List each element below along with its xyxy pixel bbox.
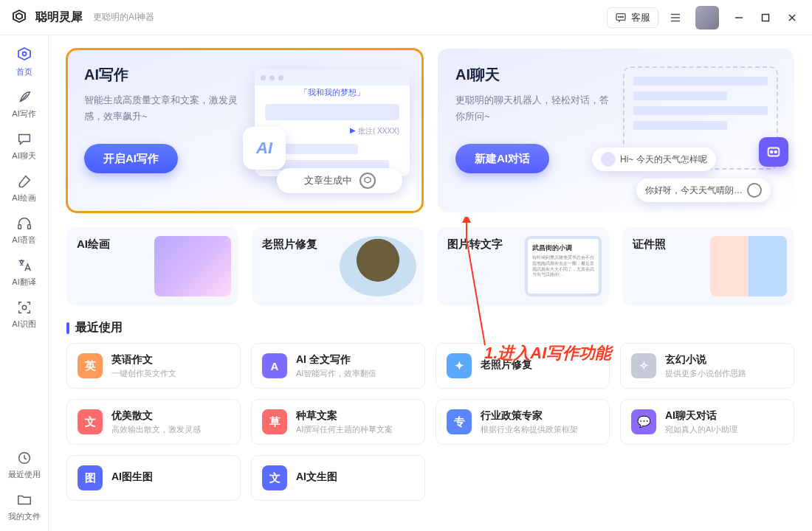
write-status-text: 文章生成中 <box>304 174 352 187</box>
scan-icon <box>15 298 34 317</box>
hero-write-desc: 智能生成高质量文章和文案，激发灵感，效率飙升~ <box>84 92 239 125</box>
chat-bubble-user: Hi~ 今天的天气怎样呢 <box>592 148 716 171</box>
recent-item[interactable]: 💬AI聊天对话宛如真人的AI小助理 <box>620 399 794 445</box>
feather-icon <box>15 88 34 107</box>
section-header-recent: 最近使用 <box>66 320 794 336</box>
recent-item[interactable]: ✧玄幻小说提供更多小说创作思路 <box>620 343 794 389</box>
recent-icon: 英 <box>78 353 103 378</box>
accent-bar-icon <box>66 322 69 334</box>
hamburger-icon <box>669 11 682 24</box>
sidebar-label: AI绘画 <box>12 192 35 204</box>
minimize-icon <box>734 13 744 23</box>
tile-id-photo[interactable]: 证件照 <box>622 227 794 305</box>
sidebar-label: 我的文件 <box>8 511 41 522</box>
recent-item[interactable]: 图AI图生图 <box>66 455 241 501</box>
tile-image <box>340 236 416 296</box>
sidebar-label: AI聊天 <box>12 150 35 162</box>
svg-point-5 <box>22 52 26 56</box>
svg-rect-4 <box>763 14 769 21</box>
sidebar-label: AI语音 <box>12 235 35 246</box>
svg-point-11 <box>771 151 773 153</box>
write-preview: 「我和我的梦想」 ▶ 批注( XXXX) AI 文章生成中 <box>247 69 410 193</box>
chat-bubble-icon <box>615 12 627 24</box>
tile-ai-paint[interactable]: AI绘画 <box>66 227 238 305</box>
sidebar-item-chat[interactable]: AI聊天 <box>3 125 46 164</box>
svg-rect-7 <box>27 225 30 229</box>
recent-grid: 英英语作文一键创作英文作文 AAI 全文写作AI智能写作，效率翻倍 ✦老照片修复… <box>66 343 794 501</box>
sidebar-item-vision[interactable]: AI识图 <box>3 294 46 333</box>
hero-card-chat[interactable]: AI聊天 更聪明的聊天机器人，轻松对话，答你所问~ 新建AI对话 Hi~ 今天的… <box>438 49 794 212</box>
sidebar-label: 最近使用 <box>8 469 41 480</box>
recent-icon: ✧ <box>631 353 656 378</box>
recent-item[interactable]: 专行业政策专家根据行业名称提供政策框架 <box>436 399 610 445</box>
sidebar-item-recent[interactable]: 最近使用 <box>3 444 46 483</box>
svg-point-8 <box>22 305 27 310</box>
sidebar-label: AI识图 <box>12 319 35 330</box>
write-status-pill: 文章生成中 <box>277 168 402 193</box>
window-close-button[interactable] <box>782 8 802 27</box>
home-hex-icon <box>15 46 34 65</box>
recent-icon: 图 <box>78 465 103 490</box>
chat-bubble-reply: 你好呀，今天天气晴朗… <box>636 178 771 202</box>
recent-icon: 专 <box>447 409 472 434</box>
clock-icon <box>15 448 34 468</box>
sidebar-item-files[interactable]: 我的文件 <box>3 486 46 525</box>
avatar-mini-icon <box>601 152 616 167</box>
tile-image: 武昌街的小调 有时候到重庆随便买书总会不自觉地跑武昌街去走一圈，最近发现武昌街大… <box>525 236 602 296</box>
svg-point-12 <box>774 151 777 153</box>
recent-icon: 文 <box>78 409 103 434</box>
bot-face-icon <box>759 137 788 167</box>
sidebar: 首页 AI写作 AI聊天 AI绘画 AI语音 AI翻译 AI识图 最 <box>0 35 49 531</box>
close-icon <box>787 13 797 23</box>
hexagon-logo-icon <box>359 173 376 189</box>
chat-icon <box>15 130 34 149</box>
svg-point-3 <box>622 16 623 17</box>
recent-item[interactable]: 文AI文生图 <box>251 455 425 501</box>
svg-rect-10 <box>768 148 780 156</box>
tile-image <box>710 236 787 296</box>
recent-icon: A <box>262 353 287 378</box>
app-logo-icon <box>10 9 28 27</box>
tile-ocr[interactable]: 图片转文字 武昌街的小调 有时候到重庆随便买书总会不自觉地跑武昌街去走一圈，最近… <box>437 227 609 305</box>
svg-rect-6 <box>18 225 21 229</box>
sidebar-item-home[interactable]: 首页 <box>3 41 46 80</box>
hamburger-menu-button[interactable] <box>666 8 685 27</box>
section-header-label: 最近使用 <box>75 320 123 336</box>
sidebar-item-voice[interactable]: AI语音 <box>3 209 46 249</box>
maximize-icon <box>760 13 771 23</box>
new-ai-chat-button[interactable]: 新建AI对话 <box>455 144 549 173</box>
sidebar-item-translate[interactable]: AI翻译 <box>3 251 46 291</box>
ai-badge-icon: AI <box>243 127 286 170</box>
window-maximize-button[interactable] <box>756 8 775 27</box>
sidebar-label: AI写作 <box>12 108 35 119</box>
customer-service-label: 客服 <box>631 11 650 24</box>
window-minimize-button[interactable] <box>729 8 749 27</box>
recent-icon: 草 <box>262 409 287 434</box>
customer-service-button[interactable]: 客服 <box>607 7 658 28</box>
brush-icon <box>15 172 34 191</box>
sidebar-label: 首页 <box>16 66 32 77</box>
start-ai-write-button[interactable]: 开启AI写作 <box>84 144 178 173</box>
sidebar-label: AI翻译 <box>12 277 35 288</box>
chat-preview: Hi~ 今天的天气怎样呢 你好呀，今天天气晴朗… <box>607 66 784 199</box>
hero-card-write[interactable]: AI写作 智能生成高质量文章和文案，激发灵感，效率飙升~ 开启AI写作 「我和我… <box>66 49 423 212</box>
main-area: AI写作 智能生成高质量文章和文案，激发灵感，效率飙升~ 开启AI写作 「我和我… <box>49 35 812 531</box>
sidebar-item-write[interactable]: AI写作 <box>3 83 46 122</box>
user-avatar[interactable] <box>695 6 719 30</box>
folder-icon <box>15 490 34 510</box>
recent-icon: 💬 <box>631 409 656 434</box>
tile-photo-restore[interactable]: 老照片修复 <box>252 227 424 305</box>
translate-icon <box>15 256 34 275</box>
recent-item[interactable]: ✦老照片修复 <box>436 343 610 389</box>
recent-item[interactable]: 文优美散文高效输出散文，激发灵感 <box>66 399 241 445</box>
recent-item[interactable]: AAI 全文写作AI智能写作，效率翻倍 <box>251 343 425 389</box>
recent-icon: ✦ <box>447 353 472 378</box>
svg-point-2 <box>620 16 621 17</box>
sidebar-item-paint[interactable]: AI绘画 <box>3 167 46 206</box>
ocr-doc-body: 有时候到重庆随便买书总会不自觉地跑武昌街去走一圈，最近发现武昌街大大不同了，尤其… <box>532 255 594 278</box>
hexagon-logo-icon <box>747 183 762 198</box>
recent-item[interactable]: 草种草文案AI撰写任何主题的种草文案 <box>251 399 425 445</box>
recent-item[interactable]: 英英语作文一键创作英文作文 <box>66 343 241 389</box>
write-preview-caption: 「我和我的梦想」 <box>255 87 410 98</box>
ocr-doc-title: 武昌街的小调 <box>532 243 594 253</box>
